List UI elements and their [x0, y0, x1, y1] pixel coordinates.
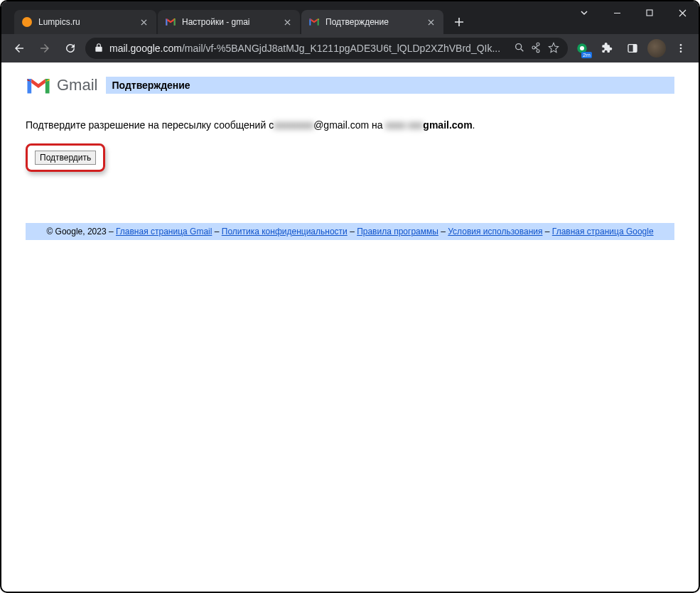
- msg-from-suffix: @gmail.com: [313, 119, 369, 131]
- extension-icon[interactable]: 2m: [572, 38, 592, 58]
- favicon-gmail: [308, 16, 320, 28]
- footer: © Google, 2023 – Главная страница Gmail …: [26, 223, 674, 240]
- menu-button[interactable]: [670, 38, 691, 59]
- svg-point-12: [516, 43, 522, 49]
- share-icon[interactable]: [531, 42, 542, 55]
- extension-badge: 2m: [581, 52, 592, 58]
- tab-title: Подтверждение: [325, 17, 419, 27]
- favicon-lumpics: [21, 16, 33, 28]
- chevron-down-icon[interactable]: [568, 1, 601, 24]
- page-title: Подтверждение: [106, 77, 674, 94]
- footer-link-google-home[interactable]: Главная страница Google: [552, 227, 654, 236]
- page-content: Gmail Подтверждение Подтвердите разрешен…: [1, 62, 699, 253]
- url-text: mail.google.com/mail/vf-%5BANGjdJ8atMJg_…: [109, 43, 508, 54]
- gmail-logo: Gmail: [26, 75, 97, 95]
- footer-link-privacy[interactable]: Политика конфиденциальности: [222, 227, 348, 236]
- svg-marker-7: [318, 18, 319, 25]
- back-button[interactable]: [9, 38, 30, 59]
- reload-button[interactable]: [60, 38, 81, 59]
- confirmation-message: Подтвердите разрешение на пересылку сооб…: [26, 119, 674, 131]
- svg-marker-1: [166, 18, 167, 25]
- gmail-brand-text: Gmail: [57, 76, 97, 94]
- svg-point-0: [22, 17, 32, 27]
- footer-link-gmail-home[interactable]: Главная страница Gmail: [116, 227, 212, 236]
- extensions-button[interactable]: [596, 38, 618, 59]
- panel-icon[interactable]: [622, 38, 643, 59]
- footer-link-program[interactable]: Правила программы: [357, 227, 438, 236]
- svg-marker-6: [309, 18, 311, 25]
- tab-settings[interactable]: Настройки - gmai: [158, 10, 300, 34]
- tab-confirm[interactable]: Подтверждение: [301, 10, 443, 34]
- close-icon[interactable]: [425, 16, 436, 28]
- svg-point-19: [680, 50, 682, 53]
- svg-point-14: [580, 46, 584, 50]
- footer-link-terms[interactable]: Условия использования: [448, 227, 542, 236]
- tab-title: Lumpics.ru: [38, 17, 132, 27]
- gmail-header: Gmail Подтверждение: [26, 75, 674, 95]
- svg-point-18: [680, 48, 682, 50]
- svg-marker-3: [167, 18, 173, 23]
- close-icon[interactable]: [138, 16, 149, 28]
- maximize-button[interactable]: [633, 1, 666, 24]
- msg-end: .: [473, 119, 475, 131]
- svg-rect-11: [647, 10, 652, 16]
- svg-marker-8: [311, 18, 317, 23]
- msg-to-blur: xxxx xxx: [385, 119, 423, 131]
- svg-marker-22: [31, 79, 45, 88]
- new-tab-button[interactable]: [449, 12, 469, 32]
- svg-marker-2: [174, 18, 176, 25]
- footer-copyright: © Google, 2023: [46, 227, 106, 236]
- avatar[interactable]: [647, 39, 666, 58]
- svg-point-17: [680, 44, 682, 46]
- svg-rect-16: [633, 45, 637, 53]
- browser-toolbar: mail.google.com/mail/vf-%5BANGjdJ8atMJg_…: [1, 34, 699, 62]
- minimize-button[interactable]: [601, 1, 633, 24]
- tab-strip: Lumpics.ru Настройки - gmai Подтверждени…: [14, 9, 469, 34]
- forward-button[interactable]: [34, 38, 55, 59]
- lock-icon: [94, 43, 104, 55]
- window-controls: [568, 1, 699, 34]
- msg-to-suffix: gmail.com: [423, 119, 472, 131]
- confirm-button[interactable]: Подтвердить: [35, 151, 96, 165]
- msg-mid: на: [369, 119, 385, 131]
- msg-text: Подтвердите разрешение на пересылку сооб…: [26, 119, 274, 131]
- browser-titlebar: Lumpics.ru Настройки - gmai Подтверждени…: [1, 1, 699, 34]
- search-icon[interactable]: [514, 42, 525, 55]
- close-button[interactable]: [666, 1, 699, 24]
- tab-title: Настройки - gmai: [182, 17, 276, 27]
- address-bar[interactable]: mail.google.com/mail/vf-%5BANGjdJ8atMJg_…: [85, 38, 568, 59]
- confirm-highlight: Подтвердить: [26, 143, 105, 172]
- favicon-gmail: [165, 16, 176, 28]
- tab-lumpics[interactable]: Lumpics.ru: [14, 10, 156, 34]
- close-icon[interactable]: [281, 16, 293, 28]
- msg-from-blur: xxxxxxxx: [274, 119, 313, 131]
- bookmark-icon[interactable]: [548, 42, 559, 55]
